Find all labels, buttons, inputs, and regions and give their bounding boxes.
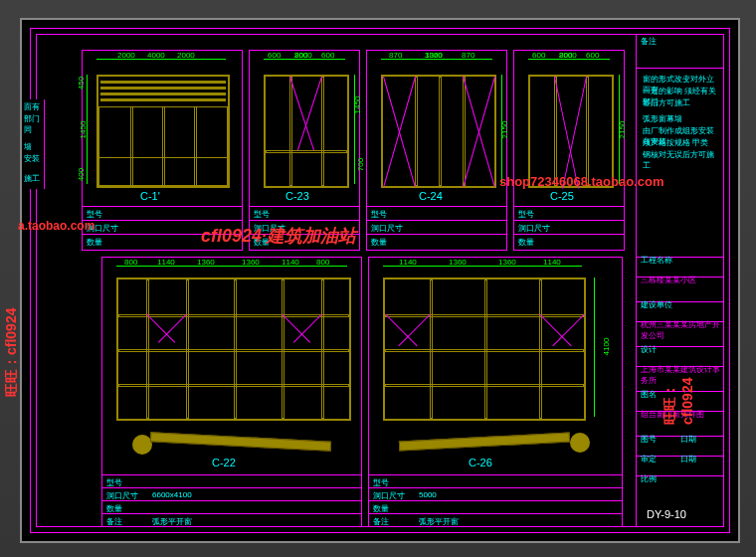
panel-c26: 1140 1360 1360 1140 4100 C-26 型号 洞口尺寸500…	[368, 257, 623, 527]
mullion	[484, 279, 487, 419]
info-label: 数量	[371, 237, 387, 248]
window-c26	[383, 278, 586, 421]
tb-value: 杭州三某某某房地产开发公司	[641, 319, 724, 341]
column-circle	[570, 433, 590, 453]
dim-text: 1140	[282, 258, 299, 267]
drawing-label: C-24	[419, 190, 443, 202]
mullion	[130, 106, 133, 186]
tb-label: 日期	[680, 454, 696, 464]
dim-text: 1360	[242, 258, 260, 267]
left-cut-panel: 面有 部门同 墙 安装 施工	[22, 99, 45, 189]
panel-c24: 870 1320 870 3060 2150 C-24 型号 洞口尺寸 数量	[366, 50, 507, 251]
drawing-label: C-23	[285, 190, 309, 202]
swing-line	[552, 314, 585, 347]
dim-text: 1140	[399, 258, 417, 267]
mullion	[289, 77, 292, 186]
dim-text: 800	[316, 258, 329, 267]
note-text: 钢核对无误后方可施工	[643, 149, 720, 171]
info-label: 数量	[87, 237, 102, 248]
arc-plan	[150, 432, 331, 452]
tb-label: 图号	[641, 434, 657, 445]
transom	[266, 150, 347, 153]
drawing-label: C-25	[550, 190, 574, 202]
tb-label: 工程名称	[641, 255, 672, 266]
dim-text: 1360	[498, 258, 516, 267]
dim-text: 2000	[294, 51, 312, 60]
tb-label: 审定	[641, 454, 657, 464]
mullion	[463, 77, 466, 186]
cut-text: 部门同	[24, 113, 44, 135]
mullion	[194, 106, 197, 186]
dim-text: 600	[268, 51, 281, 60]
dim-text: 2000	[177, 51, 195, 60]
info-label: 型号	[518, 209, 534, 220]
title-block: 备注 窗的形式改变对外立面有 一定的影响 须经有关部门 签后方可施工 弧形窗幕墙…	[636, 34, 724, 527]
dim-text: 4100	[602, 338, 611, 356]
dim-text: 600	[586, 51, 599, 60]
mullion	[146, 279, 149, 419]
sheet-number: DY-9-10	[647, 508, 686, 520]
mullion	[439, 77, 442, 186]
dim-text: 1140	[543, 258, 561, 267]
dim-text: 800	[124, 258, 137, 267]
info-value: 弧形平开窗	[152, 516, 192, 527]
cad-canvas[interactable]: 面有 部门同 墙 安装 施工 2000 2000 4000 450 1450 4…	[20, 18, 740, 543]
window-c24	[381, 75, 496, 188]
dim-text: 400	[77, 168, 86, 181]
info-value: 6600x4100	[152, 490, 192, 499]
louver	[100, 81, 226, 84]
drawing-label: C-22	[212, 457, 236, 468]
dim-text: 2000	[117, 51, 135, 60]
window-c23	[264, 75, 349, 188]
tb-label: 图名	[641, 389, 657, 400]
panel-c23: 600 800 600 2000 1450 700 C-23 型号 洞口尺寸 数…	[249, 50, 360, 251]
dim-line	[116, 266, 347, 267]
info-label: 备注	[106, 516, 122, 527]
mullion	[186, 279, 189, 419]
watermark: 旺旺：cfl0924	[3, 308, 21, 397]
note-text: 须严格按规格 甲类	[643, 137, 720, 148]
swing-line	[398, 314, 431, 347]
dim-text: 3060	[425, 51, 443, 60]
mullion	[415, 77, 418, 186]
dim-text: 870	[462, 51, 474, 60]
watermark: shop72346068.taobao.com	[499, 174, 663, 189]
dim-text: 700	[356, 158, 365, 171]
info-label: 数量	[518, 237, 534, 248]
cut-text: 面有	[24, 101, 40, 112]
tb-label: 备注	[641, 36, 657, 47]
drawing-label: C-26	[469, 457, 492, 468]
dim-text: 2150	[619, 121, 628, 139]
mullion	[321, 279, 324, 419]
column-circle	[132, 435, 152, 455]
panel-c25: 600 800 600 2000 2150 C-25 型号 洞口尺寸 数量	[513, 50, 625, 251]
app-frame: 面有 部门同 墙 安装 施工 2000 2000 4000 450 1450 4…	[0, 0, 756, 557]
note-text: 弧形窗幕墙	[643, 113, 720, 124]
window-c25	[528, 75, 614, 188]
swing-line	[289, 77, 314, 150]
watermark: 旺旺：cfl0924	[662, 365, 695, 425]
tb-value: 三栋楼某某小区	[641, 275, 696, 285]
note-text: 签后方可施工	[643, 97, 720, 108]
mullion	[282, 279, 284, 419]
drawing-label: C-1'	[140, 190, 160, 202]
dim-line-v	[594, 278, 595, 417]
tb-label: 建设单位	[641, 299, 672, 310]
info-label: 备注	[373, 516, 389, 527]
dim-text: 1450	[354, 96, 363, 114]
dim-text: 2000	[559, 51, 577, 60]
louver	[100, 93, 226, 95]
dim-text: 1140	[157, 258, 175, 267]
dim-text: 870	[389, 51, 402, 60]
dim-line-v	[354, 75, 355, 184]
watermark: a.taobao.com	[18, 219, 94, 233]
cut-text: 施工	[24, 173, 40, 184]
panel-c1: 2000 2000 4000 450 1450 400 C-1' 型号 洞口尺寸…	[82, 50, 243, 251]
mullion	[539, 279, 542, 419]
info-label: 型号	[254, 209, 270, 220]
louver	[100, 87, 226, 90]
louver	[100, 98, 226, 101]
dim-text: 1450	[79, 121, 88, 139]
mullion	[321, 77, 324, 186]
mullion	[430, 279, 433, 419]
